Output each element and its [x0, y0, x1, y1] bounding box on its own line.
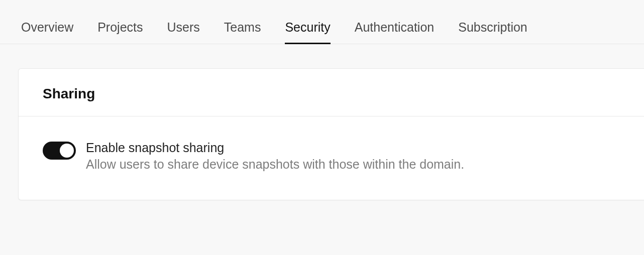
setting-title: Enable snapshot sharing [86, 141, 464, 155]
settings-tabs: Overview Projects Users Teams Security A… [0, 0, 644, 44]
setting-text: Enable snapshot sharing Allow users to s… [86, 141, 464, 172]
sharing-card: Sharing Enable snapshot sharing Allow us… [18, 68, 644, 200]
tab-users[interactable]: Users [167, 20, 200, 44]
tab-subscription[interactable]: Subscription [458, 20, 527, 44]
setting-row-snapshot-sharing: Enable snapshot sharing Allow users to s… [19, 116, 644, 200]
card-title: Sharing [43, 86, 620, 102]
tab-overview[interactable]: Overview [21, 20, 73, 44]
toggle-enable-snapshot-sharing[interactable] [43, 142, 76, 160]
toggle-knob [60, 144, 74, 158]
tab-authentication[interactable]: Authentication [355, 20, 434, 44]
tab-security[interactable]: Security [285, 20, 330, 44]
setting-description: Allow users to share device snapshots wi… [86, 157, 464, 172]
card-header: Sharing [19, 69, 644, 116]
tab-teams[interactable]: Teams [224, 20, 261, 44]
tab-projects[interactable]: Projects [97, 20, 143, 44]
